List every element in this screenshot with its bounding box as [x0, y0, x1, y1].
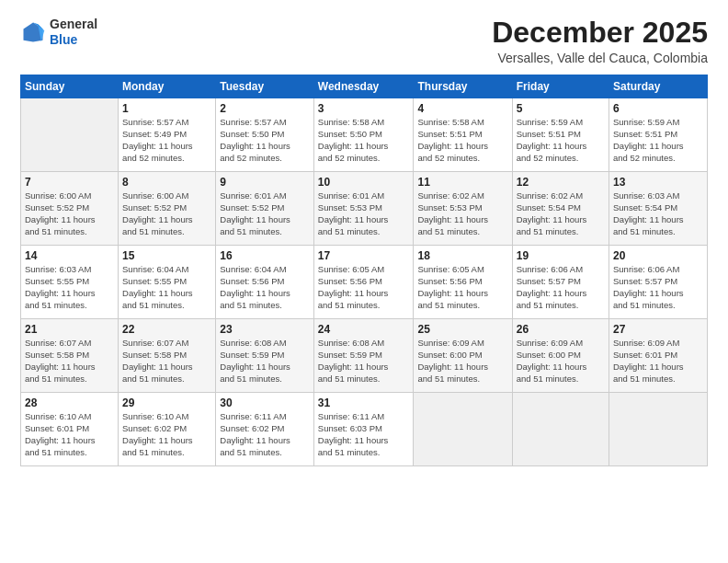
col-header-wednesday: Wednesday: [313, 75, 414, 98]
day-number: 11: [417, 175, 507, 190]
day-number: 31: [318, 396, 410, 410]
day-number: 3: [318, 101, 410, 116]
day-cell: 17Sunrise: 6:05 AMSunset: 5:56 PMDayligh…: [313, 246, 414, 319]
day-info: Sunrise: 6:11 AMSunset: 6:03 PMDaylight:…: [318, 411, 410, 458]
day-cell: 21Sunrise: 6:07 AMSunset: 5:58 PMDayligh…: [21, 319, 119, 393]
day-cell: 31Sunrise: 6:11 AMSunset: 6:03 PMDayligh…: [313, 393, 414, 466]
page: General Blue December 2025 Versalles, Va…: [0, 0, 728, 563]
day-cell: 7Sunrise: 6:00 AMSunset: 5:52 PMDaylight…: [21, 172, 119, 246]
day-cell: 8Sunrise: 6:00 AMSunset: 5:52 PMDaylight…: [119, 172, 216, 246]
week-row-1: 1Sunrise: 5:57 AMSunset: 5:49 PMDaylight…: [21, 98, 708, 172]
day-cell: 16Sunrise: 6:04 AMSunset: 5:56 PMDayligh…: [216, 246, 314, 319]
day-number: 16: [220, 248, 310, 263]
day-info: Sunrise: 5:59 AMSunset: 5:51 PMDaylight:…: [613, 117, 703, 164]
day-number: 29: [122, 396, 211, 410]
day-number: 6: [613, 101, 703, 116]
day-cell: 1Sunrise: 5:57 AMSunset: 5:49 PMDaylight…: [119, 98, 216, 172]
week-row-5: 28Sunrise: 6:10 AMSunset: 6:01 PMDayligh…: [21, 393, 708, 466]
day-info: Sunrise: 6:09 AMSunset: 6:00 PMDaylight:…: [417, 338, 507, 385]
day-number: 17: [318, 248, 410, 263]
day-number: 7: [25, 175, 114, 190]
col-header-tuesday: Tuesday: [216, 75, 314, 98]
day-number: 28: [25, 396, 114, 410]
day-info: Sunrise: 6:05 AMSunset: 5:56 PMDaylight:…: [318, 264, 410, 311]
day-info: Sunrise: 6:08 AMSunset: 5:59 PMDaylight:…: [318, 338, 410, 385]
day-cell: 2Sunrise: 5:57 AMSunset: 5:50 PMDaylight…: [216, 98, 314, 172]
day-info: Sunrise: 6:01 AMSunset: 5:53 PMDaylight:…: [318, 190, 410, 237]
day-info: Sunrise: 6:01 AMSunset: 5:52 PMDaylight:…: [220, 190, 310, 237]
day-cell: [512, 393, 609, 466]
week-row-4: 21Sunrise: 6:07 AMSunset: 5:58 PMDayligh…: [21, 319, 708, 393]
day-number: 15: [122, 248, 211, 263]
logo: General Blue: [20, 17, 97, 48]
day-number: 25: [417, 322, 507, 337]
day-info: Sunrise: 5:58 AMSunset: 5:51 PMDaylight:…: [417, 117, 507, 164]
day-number: 18: [417, 248, 507, 263]
day-info: Sunrise: 5:57 AMSunset: 5:50 PMDaylight:…: [220, 117, 310, 164]
day-cell: 23Sunrise: 6:08 AMSunset: 5:59 PMDayligh…: [216, 319, 314, 393]
day-number: 23: [220, 322, 310, 337]
day-info: Sunrise: 5:57 AMSunset: 5:49 PMDaylight:…: [122, 117, 211, 164]
col-header-monday: Monday: [119, 75, 216, 98]
day-number: 14: [25, 248, 114, 263]
col-header-friday: Friday: [512, 75, 609, 98]
day-info: Sunrise: 6:00 AMSunset: 5:52 PMDaylight:…: [122, 190, 211, 237]
calendar-subtitle: Versalles, Valle del Cauca, Colombia: [492, 51, 708, 65]
day-info: Sunrise: 5:58 AMSunset: 5:50 PMDaylight:…: [318, 117, 410, 164]
day-number: 19: [517, 248, 605, 263]
day-info: Sunrise: 6:00 AMSunset: 5:52 PMDaylight:…: [25, 190, 114, 237]
day-info: Sunrise: 6:08 AMSunset: 5:59 PMDaylight:…: [220, 338, 310, 385]
day-number: 8: [122, 175, 211, 190]
logo-text: General Blue: [50, 17, 97, 48]
day-number: 4: [417, 101, 507, 116]
day-number: 5: [517, 101, 605, 116]
day-info: Sunrise: 6:06 AMSunset: 5:57 PMDaylight:…: [613, 264, 703, 311]
day-info: Sunrise: 6:04 AMSunset: 5:55 PMDaylight:…: [122, 264, 211, 311]
day-cell: 15Sunrise: 6:04 AMSunset: 5:55 PMDayligh…: [119, 246, 216, 319]
day-info: Sunrise: 6:03 AMSunset: 5:54 PMDaylight:…: [613, 190, 703, 237]
day-cell: 20Sunrise: 6:06 AMSunset: 5:57 PMDayligh…: [609, 246, 708, 319]
day-cell: 10Sunrise: 6:01 AMSunset: 5:53 PMDayligh…: [313, 172, 414, 246]
day-number: 2: [220, 101, 310, 116]
day-info: Sunrise: 6:09 AMSunset: 6:01 PMDaylight:…: [613, 338, 703, 385]
col-header-sunday: Sunday: [21, 75, 119, 98]
day-info: Sunrise: 6:07 AMSunset: 5:58 PMDaylight:…: [122, 338, 211, 385]
day-cell: 25Sunrise: 6:09 AMSunset: 6:00 PMDayligh…: [414, 319, 512, 393]
day-info: Sunrise: 6:07 AMSunset: 5:58 PMDaylight:…: [25, 338, 114, 385]
col-header-saturday: Saturday: [609, 75, 708, 98]
day-info: Sunrise: 6:03 AMSunset: 5:55 PMDaylight:…: [25, 264, 114, 311]
day-cell: 14Sunrise: 6:03 AMSunset: 5:55 PMDayligh…: [21, 246, 119, 319]
title-block: December 2025 Versalles, Valle del Cauca…: [492, 17, 708, 65]
day-cell: 6Sunrise: 5:59 AMSunset: 5:51 PMDaylight…: [609, 98, 708, 172]
day-cell: 24Sunrise: 6:08 AMSunset: 5:59 PMDayligh…: [313, 319, 414, 393]
header: General Blue December 2025 Versalles, Va…: [20, 17, 708, 65]
week-row-2: 7Sunrise: 6:00 AMSunset: 5:52 PMDaylight…: [21, 172, 708, 246]
day-cell: 18Sunrise: 6:05 AMSunset: 5:56 PMDayligh…: [414, 246, 512, 319]
logo-general: General: [50, 17, 97, 31]
day-cell: 9Sunrise: 6:01 AMSunset: 5:52 PMDaylight…: [216, 172, 314, 246]
week-row-3: 14Sunrise: 6:03 AMSunset: 5:55 PMDayligh…: [21, 246, 708, 319]
day-cell: [609, 393, 708, 466]
day-info: Sunrise: 6:10 AMSunset: 6:02 PMDaylight:…: [122, 411, 211, 458]
logo-blue: Blue: [50, 32, 77, 47]
header-row: SundayMondayTuesdayWednesdayThursdayFrid…: [21, 75, 708, 98]
day-number: 13: [613, 175, 703, 190]
day-cell: 3Sunrise: 5:58 AMSunset: 5:50 PMDaylight…: [313, 98, 414, 172]
day-number: 30: [220, 396, 310, 410]
day-info: Sunrise: 5:59 AMSunset: 5:51 PMDaylight:…: [517, 117, 605, 164]
day-cell: 11Sunrise: 6:02 AMSunset: 5:53 PMDayligh…: [414, 172, 512, 246]
day-info: Sunrise: 6:06 AMSunset: 5:57 PMDaylight:…: [517, 264, 605, 311]
day-info: Sunrise: 6:10 AMSunset: 6:01 PMDaylight:…: [25, 411, 114, 458]
day-number: 27: [613, 322, 703, 337]
calendar-table: SundayMondayTuesdayWednesdayThursdayFrid…: [20, 75, 708, 466]
day-number: 20: [613, 248, 703, 263]
day-cell: 4Sunrise: 5:58 AMSunset: 5:51 PMDaylight…: [414, 98, 512, 172]
col-header-thursday: Thursday: [414, 75, 512, 98]
day-info: Sunrise: 6:02 AMSunset: 5:54 PMDaylight:…: [517, 190, 605, 237]
day-cell: 19Sunrise: 6:06 AMSunset: 5:57 PMDayligh…: [512, 246, 609, 319]
day-cell: 5Sunrise: 5:59 AMSunset: 5:51 PMDaylight…: [512, 98, 609, 172]
day-info: Sunrise: 6:05 AMSunset: 5:56 PMDaylight:…: [417, 264, 507, 311]
day-number: 9: [220, 175, 310, 190]
day-info: Sunrise: 6:04 AMSunset: 5:56 PMDaylight:…: [220, 264, 310, 311]
day-cell: 28Sunrise: 6:10 AMSunset: 6:01 PMDayligh…: [21, 393, 119, 466]
